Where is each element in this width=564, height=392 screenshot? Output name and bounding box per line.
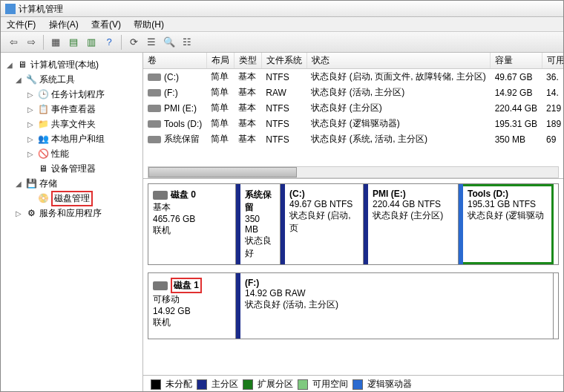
table-row[interactable]: Tools (D:)简单基本NTFS状态良好 (逻辑驱动器)195.31 GB1…: [143, 116, 563, 131]
menu-action[interactable]: 操作(A): [49, 19, 79, 30]
tree-root[interactable]: ◢🖥计算机管理(本地): [2, 57, 141, 72]
disk-header[interactable]: 磁盘 1可移动14.92 GB联机: [148, 273, 236, 339]
volume-icon: [148, 136, 161, 143]
tree-diskmgmt[interactable]: 📀磁盘管理: [2, 191, 141, 206]
legend-free-icon: [298, 379, 308, 390]
partition[interactable]: (C:)49.67 GB NTFS状态良好 (启动, 页: [281, 184, 364, 264]
partitions: (F:)14.92 GB RAW状态良好 (活动, 主分区): [236, 273, 558, 339]
tools-icon: 🔧: [25, 74, 37, 85]
legend: 未分配 主分区 扩展分区 可用空间 逻辑驱动器: [143, 375, 563, 392]
tree-devmgr[interactable]: 🖥设备管理器: [2, 161, 141, 176]
volume-grid-wrap: 卷 布局 类型 文件系统 状态 容量 可用 (C:)简单基本NTFS状态良好 (…: [143, 53, 563, 179]
disk-row: 磁盘 1可移动14.92 GB联机(F:)14.92 GB RAW状态良好 (活…: [148, 272, 559, 339]
legend-unalloc: 未分配: [165, 378, 192, 391]
properties-icon[interactable]: ☷: [179, 34, 195, 50]
legend-free: 可用空间: [312, 378, 348, 391]
table-row[interactable]: PMI (E:)简单基本NTFS状态良好 (主分区)220.44 GB219: [143, 100, 563, 116]
detail-icon[interactable]: ▥: [83, 34, 99, 50]
menubar: 文件(F) 操作(A) 查看(V) 帮助(H): [1, 17, 563, 32]
right-pane: 卷 布局 类型 文件系统 状态 容量 可用 (C:)简单基本NTFS状态良好 (…: [143, 53, 563, 392]
volume-icon: [148, 105, 161, 112]
tree-perf[interactable]: ▷🚫性能: [2, 146, 141, 161]
device-icon: 🖥: [37, 163, 49, 174]
clock-icon: 🕒: [37, 88, 49, 100]
col-status[interactable]: 状态: [306, 53, 490, 69]
settings-icon[interactable]: ☰: [143, 34, 160, 50]
h-scrollbar[interactable]: [148, 166, 559, 178]
col-fs[interactable]: 文件系统: [261, 53, 306, 69]
services-icon: ⚙: [25, 207, 37, 219]
col-cap[interactable]: 容量: [491, 53, 542, 69]
refresh-icon[interactable]: ⟳: [125, 34, 142, 50]
legend-logical: 逻辑驱动器: [367, 378, 412, 391]
app-icon: [5, 4, 16, 14]
volume-icon: [148, 74, 161, 81]
partition[interactable]: Tools (D:)195.31 GB NTFS状态良好 (逻辑驱动: [459, 184, 554, 264]
partitions: 系统保留350 MB状态良好(C:)49.67 GB NTFS状态良好 (启动,…: [236, 184, 558, 264]
table-row[interactable]: 系统保留简单基本NTFS状态良好 (系统, 活动, 主分区)350 MB69: [143, 131, 563, 147]
col-vol[interactable]: 卷: [143, 53, 206, 69]
titlebar: 计算机管理: [1, 1, 563, 17]
col-layout[interactable]: 布局: [206, 53, 234, 69]
tree-shared[interactable]: ▷📁共享文件夹: [2, 117, 141, 131]
legend-ext-icon: [243, 379, 253, 390]
menu-help[interactable]: 帮助(H): [134, 19, 164, 30]
disk-header[interactable]: 磁盘 0基本465.76 GB联机: [148, 184, 236, 264]
list-icon[interactable]: ▤: [65, 34, 82, 50]
perf-icon: 🚫: [37, 148, 49, 160]
back-icon[interactable]: ⇦: [5, 34, 22, 50]
table-row[interactable]: (F:)简单基本RAW状态良好 (活动, 主分区)14.92 GB14.: [143, 85, 563, 100]
tree-services[interactable]: ▷⚙服务和应用程序: [2, 206, 141, 220]
partition[interactable]: 系统保留350 MB状态良好: [236, 184, 281, 264]
tree-scheduler[interactable]: ▷🕒任务计划程序: [2, 87, 141, 102]
table-row[interactable]: (C:)简单基本NTFS状态良好 (启动, 页面文件, 故障转储, 主分区)49…: [143, 69, 563, 85]
legend-primary: 主分区: [212, 378, 238, 391]
toolbar: ⇦ ⇨ ▦ ▤ ▥ ? ⟳ ☰ 🔍 ☷: [1, 32, 563, 53]
volume-icon: [148, 89, 161, 97]
search-icon[interactable]: 🔍: [161, 34, 177, 50]
volume-grid: 卷 布局 类型 文件系统 状态 容量 可用 (C:)简单基本NTFS状态良好 (…: [143, 53, 563, 147]
tree-systools[interactable]: ◢🔧系统工具: [2, 72, 141, 87]
legend-primary-icon: [197, 379, 207, 390]
up-icon[interactable]: ▦: [47, 34, 64, 50]
computer-icon: 🖥: [16, 59, 28, 71]
event-icon: 📋: [37, 103, 49, 115]
storage-icon: 💾: [25, 177, 37, 189]
menu-view[interactable]: 查看(V): [91, 19, 121, 30]
volume-icon: [148, 120, 161, 128]
legend-logical-icon: [352, 379, 363, 390]
grid-header-row: 卷 布局 类型 文件系统 状态 容量 可用: [143, 53, 563, 69]
menu-file[interactable]: 文件(F): [7, 19, 36, 30]
scrollbar-thumb[interactable]: [148, 167, 297, 177]
disk-row: 磁盘 0基本465.76 GB联机系统保留350 MB状态良好(C:)49.67…: [148, 183, 559, 265]
disk-icon: [153, 191, 168, 200]
legend-ext: 扩展分区: [258, 378, 293, 391]
folder-icon: 📁: [37, 118, 49, 130]
tree-storage[interactable]: ◢💾存储: [2, 176, 141, 191]
disk-diagram: 磁盘 0基本465.76 GB联机系统保留350 MB状态良好(C:)49.67…: [143, 179, 563, 375]
disk-icon: 📀: [37, 192, 49, 204]
partition[interactable]: (F:)14.92 GB RAW状态良好 (活动, 主分区): [236, 273, 554, 339]
col-free[interactable]: 可用: [542, 53, 563, 69]
help-icon[interactable]: ?: [101, 34, 117, 50]
disk-icon: [153, 281, 168, 290]
main: ◢🖥计算机管理(本地) ◢🔧系统工具 ▷🕒任务计划程序 ▷📋事件查看器 ▷📁共享…: [1, 53, 563, 392]
users-icon: 👥: [37, 133, 49, 145]
partition[interactable]: PMI (E:)220.44 GB NTFS状态良好 (主分区): [364, 184, 459, 264]
nav-tree: ◢🖥计算机管理(本地) ◢🔧系统工具 ▷🕒任务计划程序 ▷📋事件查看器 ▷📁共享…: [1, 53, 143, 392]
tree-eventviewer[interactable]: ▷📋事件查看器: [2, 102, 141, 117]
window-title: 计算机管理: [19, 1, 63, 17]
col-type[interactable]: 类型: [234, 53, 261, 69]
tree-users[interactable]: ▷👥本地用户和组: [2, 131, 141, 146]
forward-icon[interactable]: ⇨: [23, 34, 39, 50]
legend-unalloc-icon: [151, 379, 161, 390]
